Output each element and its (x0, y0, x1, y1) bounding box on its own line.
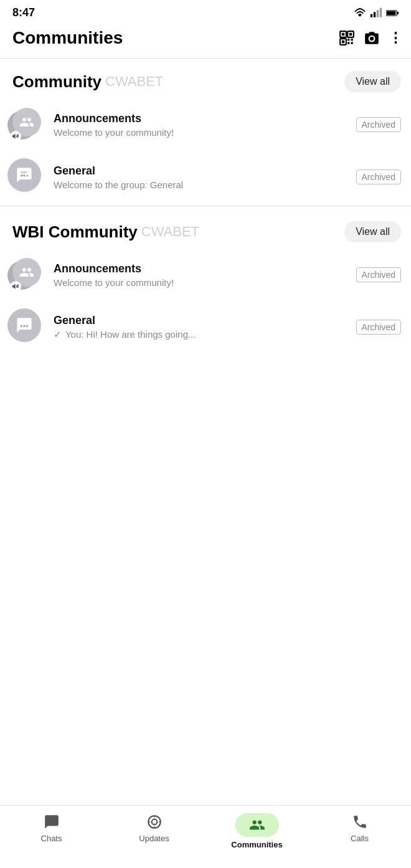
nav-label-updates: Updates (139, 834, 169, 843)
svg-rect-1 (374, 12, 376, 17)
svg-point-20 (21, 325, 22, 327)
svg-rect-13 (347, 39, 349, 41)
c1-announcements-name: Announcements (54, 112, 350, 125)
community-section-divider (0, 206, 411, 206)
community-header-row-1: Community CWABET (12, 72, 163, 92)
signal-icon (370, 7, 382, 19)
svg-point-24 (151, 819, 157, 825)
nav-label-chats: Chats (41, 834, 62, 843)
community-1-watermark: CWABET (105, 74, 163, 90)
svg-rect-2 (377, 10, 379, 17)
page-title: Communities (12, 28, 123, 48)
c2-general-preview-text: You: Hi! How are things going... (65, 329, 196, 340)
svg-point-23 (148, 816, 161, 828)
megaphone-badge-2 (10, 281, 21, 292)
svg-point-17 (21, 175, 22, 176)
c2-announcements-archived-badge: Archived (356, 267, 401, 282)
svg-rect-8 (342, 33, 344, 36)
c2-announcements-info: Announcements Welcome to your community! (54, 262, 350, 288)
nav-label-calls: Calls (351, 834, 369, 843)
svg-rect-3 (380, 7, 382, 17)
wifi-icon (354, 7, 366, 19)
svg-point-22 (26, 325, 28, 327)
community-header-1: Community CWABET View all (0, 59, 411, 98)
bubble-icon-2 (16, 317, 33, 334)
nav-label-communities: Communities (231, 840, 282, 849)
c1-general-info: General Welcome to the group: General (54, 165, 350, 190)
nav-item-updates[interactable]: Updates (103, 813, 206, 843)
community-header-row-2: WBI Community CWABET (12, 222, 199, 242)
c2-general-avatar (7, 308, 45, 346)
status-icons (354, 7, 399, 19)
community-1-view-all[interactable]: View all (344, 71, 401, 92)
c1-announcements-preview: Welcome to your community! (54, 127, 350, 138)
c1-general-archived-badge: Archived (356, 169, 401, 184)
c2-general-preview: ✓ You: Hi! How are things going... (54, 329, 350, 340)
communities-active-bg (235, 813, 279, 837)
svg-rect-15 (347, 42, 349, 44)
chat-item-c1-general[interactable]: General Welcome to the group: General Ar… (0, 151, 411, 203)
svg-rect-6 (387, 11, 395, 14)
community-section-2: WBI Community CWABET View all (0, 209, 411, 353)
qr-code-icon[interactable] (339, 30, 355, 46)
megaphone-badge (10, 131, 21, 142)
c2-general-bubble (7, 308, 41, 342)
group-icon (19, 115, 34, 130)
community-header-2: WBI Community CWABET View all (0, 209, 411, 249)
communities-nav-icon (249, 817, 265, 833)
c1-general-name: General (54, 165, 350, 178)
svg-rect-16 (351, 42, 353, 44)
community-1-name: Community (12, 72, 102, 92)
c2-general-archived-badge: Archived (356, 320, 401, 335)
nav-item-communities[interactable]: Communities (206, 813, 308, 849)
status-bar: 8:47 (0, 0, 411, 23)
group-icon-2 (19, 265, 34, 280)
updates-nav-icon (146, 813, 163, 831)
battery-icon (386, 7, 399, 19)
c2-announcements-preview: Welcome to your community! (54, 277, 350, 288)
svg-rect-0 (371, 14, 372, 17)
checkmark-icon: ✓ (54, 329, 62, 340)
nav-item-calls[interactable]: Calls (308, 813, 411, 843)
chats-nav-icon (43, 813, 60, 831)
c2-general-info: General ✓ You: Hi! How are things going.… (54, 314, 350, 340)
status-time: 8:47 (12, 6, 35, 19)
megaphone-icon (12, 133, 20, 141)
main-content: Community CWABET View all (0, 59, 411, 868)
community-section-1: Community CWABET View all (0, 59, 411, 203)
svg-rect-10 (349, 33, 352, 36)
svg-rect-5 (397, 11, 399, 14)
c1-general-preview: Welcome to the group: General (54, 179, 350, 190)
community-2-view-all[interactable]: View all (344, 221, 401, 242)
community-2-watermark: CWABET (141, 224, 199, 240)
c1-general-bubble (7, 158, 41, 192)
c1-general-avatar (7, 158, 45, 196)
svg-point-19 (27, 175, 28, 176)
nav-item-chats[interactable]: Chats (0, 813, 103, 843)
c1-announcements-avatar (7, 106, 45, 143)
svg-rect-12 (342, 41, 344, 43)
chat-item-c1-announcements[interactable]: Announcements Welcome to your community!… (0, 98, 411, 151)
app-header: Communities ⋮ (0, 23, 411, 58)
chat-item-c2-announcements[interactable]: Announcements Welcome to your community!… (0, 249, 411, 301)
svg-point-21 (24, 325, 26, 327)
svg-rect-14 (351, 39, 353, 41)
c1-announcements-info: Announcements Welcome to your community! (54, 112, 350, 138)
megaphone-icon-2 (12, 283, 20, 291)
more-options-icon[interactable]: ⋮ (389, 31, 402, 45)
c2-general-name: General (54, 314, 350, 327)
c1-announcements-archived-badge: Archived (356, 117, 401, 132)
chat-item-c2-general[interactable]: General ✓ You: Hi! How are things going.… (0, 301, 411, 353)
svg-point-18 (24, 175, 25, 176)
c2-announcements-avatar (7, 256, 45, 293)
community-2-name: WBI Community (12, 222, 138, 242)
calls-nav-icon (351, 813, 369, 831)
bottom-nav: Chats Updates Communities (0, 805, 411, 868)
header-action-icons: ⋮ (339, 30, 402, 46)
c2-announcements-name: Announcements (54, 262, 350, 275)
camera-icon[interactable] (364, 30, 380, 46)
bubble-icon (16, 166, 33, 184)
